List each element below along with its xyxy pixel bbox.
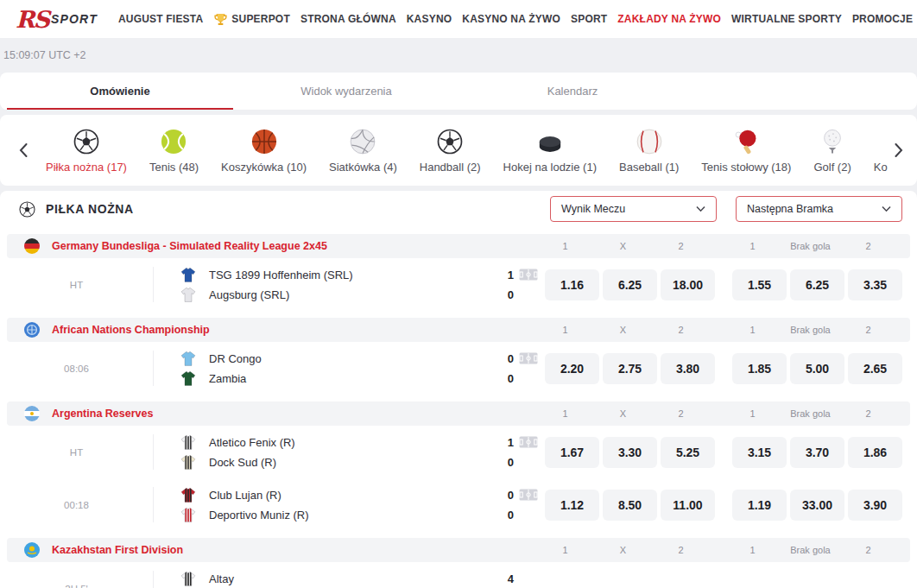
sport-item-pilka-nozna[interactable]: Piłka nożna (17) [35,127,138,174]
sport-item-kolarstwo[interactable]: Kolarstwo (1) [863,127,888,174]
odd-button-next-goal-home[interactable]: 3.15 [732,437,787,468]
pitch-tracker-icon [519,351,545,366]
match-row[interactable]: 08:06 DR Congo Zambia 0 0 2.20 2.75 3.80… [0,342,917,395]
basketball-icon [251,127,277,155]
view-tabs: Omówienie Widok wydarzenia Kalendarz [0,73,917,110]
match-row[interactable]: HT TSG 1899 Hoffenheim (SRL) Augsburg (S… [0,258,917,311]
team-jersey-icon [180,370,197,387]
odd-button-next-goal-away[interactable]: 3.90 [848,490,902,521]
nav-kasyno[interactable]: KASYNO [407,13,452,25]
nav-promocje[interactable]: PROMOCJE [852,13,913,25]
odd-button-draw[interactable]: 8.50 [603,490,657,521]
odd-button-away[interactable]: 11.00 [661,490,715,521]
odd-button-draw[interactable]: 6.25 [603,269,657,300]
odd-button-next-goal-home[interactable]: 1.19 [732,490,787,521]
site-logo[interactable]: RS SPORT [16,8,98,31]
odd-button-no-goal[interactable]: 33.00 [790,490,844,521]
sport-item-hokej[interactable]: Hokej na lodzie (1) [492,127,608,174]
tab-omowienie[interactable]: Omówienie [7,73,233,110]
nav-sport[interactable]: SPORT [571,13,607,25]
pitch-tracker-icon [519,571,545,586]
team-jersey-icon [180,287,197,303]
sport-item-tenis-stolowy[interactable]: Tenis stołowy (18) [690,127,802,174]
league-name[interactable]: Argentina Reserves [52,408,153,420]
trophy-icon [213,12,228,27]
sports-list: Piłka nożna (17) Tenis (48) Koszykówka (… [35,127,888,174]
match-row[interactable]: 2H 5' Altay FK Kaspyi Aktau 4 0 [0,562,917,588]
odd-button-next-goal-away[interactable]: 1.86 [848,437,902,468]
league-name[interactable]: Germany Bundesliga - Simulated Reality L… [52,240,327,252]
odd-button-no-goal[interactable]: 3.70 [790,437,844,468]
odds-header-2: 2 [841,408,895,419]
chevron-down-icon [696,205,705,212]
sport-item-koszykowka[interactable]: Koszykówka (10) [210,127,318,174]
match-time: 08:06 [0,351,154,386]
odd-button-home[interactable]: 1.16 [545,269,599,300]
golf-ball-icon [819,127,845,155]
germany-flag-icon [24,238,40,254]
nav-august-fiesta[interactable]: AUGUST FIESTA [118,13,203,25]
match-score: 4 0 [498,571,514,588]
odd-button-draw[interactable]: 3.30 [603,437,657,468]
odd-button-draw[interactable]: 2.75 [603,353,657,384]
header-right-zone: ZALOGUJ [913,3,917,35]
chevron-left-icon[interactable] [12,143,35,157]
odd-button-no-goal[interactable]: 5.00 [790,353,844,384]
soccer-ball-icon [19,201,35,218]
tab-widok-wydarzenia[interactable]: Widok wydarzenia [233,73,459,110]
home-team-name: DR Congo [209,352,262,365]
section-title: PIŁKA NOŻNA [46,202,134,216]
match-row[interactable]: HT Atletico Fenix (R) Dock Sud (R) 1 0 1… [0,426,917,478]
odds-header-brak-gola: Brak gola [783,408,838,419]
odd-button-next-goal-away[interactable]: 2.65 [848,353,902,384]
odds-header-2: 2 [841,545,895,555]
odds-header-x: X [596,545,650,555]
odd-button-next-goal-away[interactable]: 3.35 [848,269,902,300]
nav-kasyno-na-zywo[interactable]: KASYNO NA ŻYWO [462,13,560,25]
team-jersey-icon [180,571,197,587]
league-name[interactable]: Kazakhstan First Division [52,544,183,556]
baseball-icon [636,127,662,155]
odd-button-no-goal[interactable]: 6.25 [790,269,844,300]
odd-button-home[interactable]: 1.12 [545,490,599,521]
sport-item-baseball[interactable]: Baseball (1) [608,127,690,174]
match-row[interactable]: 00:18 Club Lujan (R) Deportivo Muniz (R)… [0,478,917,531]
league-header: African Nations Championship 1 X 2 1 Bra… [7,318,910,342]
odds-column-headers: 1 X 2 1 Brak gola 2 [538,241,895,251]
odd-button-home[interactable]: 1.67 [545,437,599,468]
tab-kalendarz[interactable]: Kalendarz [459,73,686,110]
sport-item-golf[interactable]: Golf (2) [802,127,862,174]
odd-button-home[interactable]: 2.20 [545,353,599,384]
nav-zaklady-na-zywo[interactable]: ZAKŁADY NA ŻYWO [617,13,721,25]
sport-item-handball[interactable]: Handball (2) [408,127,492,174]
market-select-1[interactable]: Wynik Meczu [550,196,717,222]
team-jersey-icon [180,454,197,471]
odd-button-next-goal-home[interactable]: 1.55 [732,269,787,300]
odds-buttons [545,571,917,588]
sport-item-siatkowka[interactable]: Siatkówka (4) [318,127,408,174]
league-name[interactable]: African Nations Championship [52,324,210,336]
odd-button-next-goal-home[interactable]: 1.85 [732,353,787,384]
odds-column-headers: 1 X 2 1 Brak gola 2 [538,325,895,335]
nav-strona-glowna[interactable]: STRONA GŁÓWNA [300,13,396,25]
nav-superpot[interactable]: SUPERPOT [213,12,290,27]
market-filters: Wynik Meczu Następna Bramka [550,196,902,222]
odds-header-2: 2 [654,545,708,555]
odds-header-brak-gola: Brak gola [783,545,838,555]
sport-item-tenis[interactable]: Tenis (48) [138,127,210,174]
home-team-name: Altay [209,572,234,585]
away-team-name: Augsburg (SRL) [209,288,289,301]
chevron-right-icon[interactable] [888,143,910,157]
sports-carousel: Piłka nożna (17) Tenis (48) Koszykówka (… [0,115,917,186]
odds-header-x: X [596,408,650,419]
nav-wirtualne-sporty[interactable]: WIRTUALNE SPORTY [731,13,842,25]
odds-header-1: 1 [538,325,592,335]
odd-button-away[interactable]: 18.00 [661,269,715,300]
odd-button-away[interactable]: 5.25 [661,437,715,468]
volleyball-icon [350,127,376,155]
market-select-2[interactable]: Następna Bramka [736,196,902,222]
match-teams: DR Congo Zambia [154,351,498,386]
odd-button-away[interactable]: 3.80 [661,353,715,384]
home-team-name: Atletico Fenix (R) [209,436,295,449]
odds-header-x: X [596,325,650,335]
